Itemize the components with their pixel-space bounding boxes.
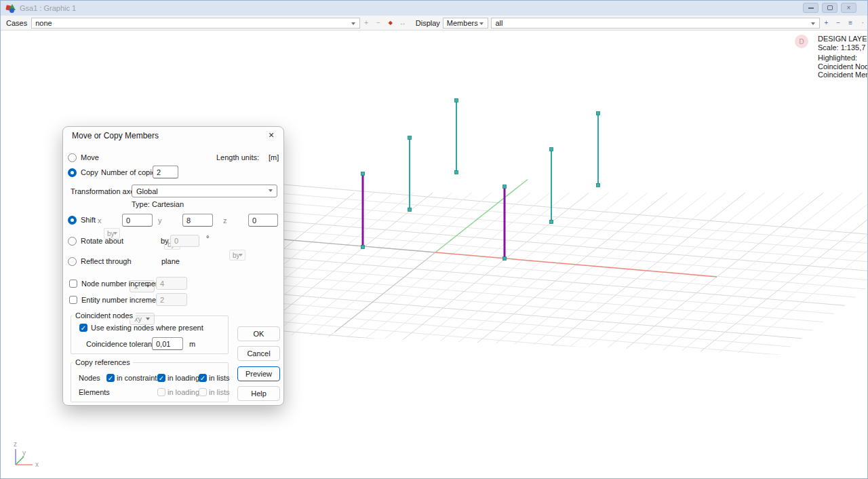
- next-case-button[interactable]: −: [372, 19, 384, 26]
- node-marker[interactable]: [503, 185, 507, 189]
- triad-z-axis-label: z: [14, 440, 17, 448]
- grid-line: [286, 193, 492, 355]
- shift-z-input[interactable]: 0: [248, 214, 278, 227]
- avatar[interactable]: D: [795, 35, 808, 48]
- grid-line: [462, 193, 667, 355]
- dialog-title: Move or Copy Members: [72, 131, 159, 140]
- nodes-in-lists-checkbox[interactable]: ✓: [199, 374, 207, 382]
- chevron-down-icon: [113, 232, 117, 235]
- list-options-button[interactable]: ≡: [844, 19, 856, 26]
- y-axis-green: [435, 180, 528, 253]
- y-negative-axis: [335, 252, 435, 332]
- chevron-down-icon: [479, 22, 484, 25]
- node-marker[interactable]: [408, 136, 412, 140]
- grid-line: [696, 193, 868, 355]
- node-marker[interactable]: [408, 208, 412, 212]
- nodes-row-label: Nodes: [79, 374, 100, 382]
- coincidence-tolerance-input[interactable]: 0,01: [152, 337, 183, 350]
- nodes-in-loading-checkbox[interactable]: ✓: [157, 374, 165, 382]
- title-bar: Gsa1 : Graphic 1 ×: [1, 1, 868, 16]
- grid-line: [481, 193, 687, 355]
- node-marker[interactable]: [550, 221, 553, 224]
- node-marker[interactable]: [503, 257, 507, 261]
- plane-label: plane: [161, 257, 180, 265]
- shift-y-label: y: [158, 216, 162, 225]
- elements-in-loading-checkbox: [157, 388, 165, 396]
- prev-case-button[interactable]: +: [360, 19, 372, 26]
- shift-y-input[interactable]: 8: [182, 214, 213, 227]
- entity-increment-input: 2: [156, 293, 187, 306]
- entity-filter-combobox[interactable]: all: [491, 18, 820, 28]
- copy-label: Copy: [81, 168, 98, 176]
- toolbar: Cases none + − ◆ ↔ Display Members all +…: [1, 16, 868, 31]
- rotate-radio[interactable]: [68, 237, 77, 246]
- grid-line: [271, 311, 868, 362]
- shift-radio[interactable]: [68, 216, 77, 225]
- rotate-by-label: by: [161, 237, 169, 245]
- node-marker[interactable]: [361, 246, 365, 249]
- more-options-button[interactable]: ·: [856, 19, 868, 26]
- transformation-axes-combobox[interactable]: Global: [132, 185, 277, 197]
- chevron-down-icon: [351, 22, 355, 25]
- display-combobox[interactable]: Members: [443, 18, 489, 28]
- node-marker[interactable]: [361, 172, 365, 176]
- cases-combobox[interactable]: none: [31, 18, 360, 28]
- shift-label: Shift: [81, 216, 96, 224]
- shift-z-by-combobox[interactable]: by: [229, 250, 245, 261]
- rotate-about-label: Rotate about: [81, 237, 123, 245]
- shift-z-label: z: [223, 216, 227, 225]
- node-marker[interactable]: [597, 184, 600, 187]
- node-marker[interactable]: [597, 112, 600, 115]
- elements-in-lists-checkbox: [199, 388, 207, 396]
- copy-radio[interactable]: [68, 168, 77, 177]
- expand-cases-icon[interactable]: ↔: [397, 19, 409, 26]
- triad-y-axis: [16, 457, 24, 465]
- node-marker[interactable]: [455, 171, 458, 174]
- move-label: Move: [81, 153, 99, 161]
- node-marker[interactable]: [455, 99, 458, 102]
- window-title: Gsa1 : Graphic 1: [20, 4, 76, 12]
- node-increment-input: 4: [156, 277, 187, 290]
- axes-type-label: Type: Cartesian: [132, 200, 184, 208]
- preview-button[interactable]: Preview: [237, 366, 280, 381]
- chevron-down-icon: [269, 189, 273, 192]
- help-button[interactable]: Help: [237, 386, 280, 401]
- scale-label: Scale: 1:135,7: [818, 43, 868, 52]
- use-existing-nodes-checkbox[interactable]: ✓: [79, 324, 87, 332]
- grid-line: [271, 321, 868, 372]
- move-or-copy-members-dialog: Move or Copy Members × Move Length units…: [62, 126, 284, 406]
- triad-y-axis-label: y: [22, 449, 26, 457]
- node-marker[interactable]: [550, 148, 553, 151]
- maximize-button[interactable]: [822, 3, 837, 13]
- nodes-in-constraints-checkbox[interactable]: ✓: [106, 374, 115, 382]
- elements-in-loading-label: in loading: [167, 388, 199, 396]
- shift-x-input[interactable]: 0: [122, 214, 153, 227]
- grid-line: [326, 193, 531, 355]
- transformation-axes-label: Transformation axes: [71, 187, 138, 195]
- check-icon: ✓: [108, 375, 113, 382]
- remove-list-button[interactable]: −: [832, 19, 844, 26]
- cancel-button[interactable]: Cancel: [237, 346, 280, 361]
- node-increment-checkbox[interactable]: [69, 280, 77, 288]
- check-icon: ✓: [81, 324, 86, 332]
- ok-button[interactable]: OK: [237, 326, 280, 341]
- coincidence-tolerance-label: Coincidence tolerance: [86, 340, 160, 348]
- grid-line: [271, 330, 868, 381]
- tolerance-unit-label: m: [189, 340, 195, 348]
- reflect-radio[interactable]: [68, 257, 77, 266]
- dialog-close-button[interactable]: ×: [265, 130, 277, 142]
- minimize-icon: [808, 7, 814, 9]
- copy-references-group-label: Copy references: [73, 358, 133, 366]
- highlight-coincident-nodes: Coincident Nodes: [818, 62, 868, 71]
- close-button[interactable]: ×: [841, 3, 856, 13]
- copies-input[interactable]: 2: [153, 166, 178, 178]
- entity-increment-checkbox[interactable]: [69, 296, 77, 304]
- x-axis-red: [435, 252, 717, 277]
- shift-x-label: x: [98, 216, 102, 225]
- design-layer-label: DESIGN LAYER: [818, 35, 868, 43]
- add-list-button[interactable]: +: [820, 19, 832, 26]
- move-radio[interactable]: [68, 153, 77, 162]
- record-case-icon[interactable]: ◆: [384, 20, 397, 26]
- node-increment-label: Node number increment: [81, 280, 161, 288]
- minimize-button[interactable]: [803, 3, 818, 13]
